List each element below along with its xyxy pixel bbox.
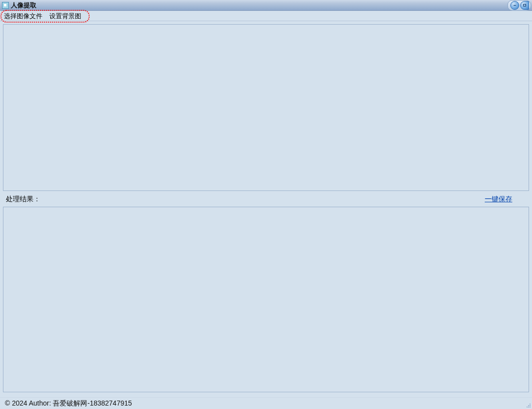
app-icon [2, 2, 9, 9]
titlebar: 人像提取 [0, 0, 532, 11]
statusbar: © 2024 Author: 吾爱破解网-18382747915 [0, 397, 532, 409]
save-all-link[interactable]: 一键保存 [485, 195, 512, 204]
result-label: 处理结果： [6, 195, 40, 204]
svg-point-2 [530, 404, 531, 405]
menu-select-image[interactable]: 选择图像文件 [4, 11, 42, 21]
maximize-button[interactable] [520, 1, 529, 10]
input-image-panel [3, 24, 529, 191]
window-title: 人像提取 [11, 1, 36, 10]
menubar: 选择图像文件 设置背景图 [0, 11, 532, 21]
svg-point-6 [528, 407, 529, 408]
window-control-tray [507, 0, 531, 11]
svg-point-3 [530, 405, 531, 406]
svg-point-5 [530, 407, 531, 408]
statusbar-text: © 2024 Author: 吾爱破解网-18382747915 [5, 399, 132, 408]
content-area: 处理结果： 一键保存 [0, 21, 532, 392]
menu-set-background[interactable]: 设置背景图 [49, 11, 81, 21]
window-controls [507, 0, 532, 11]
result-image-panel [3, 207, 529, 392]
result-header-row: 处理结果： 一键保存 [3, 191, 529, 207]
svg-point-4 [528, 405, 529, 406]
minimize-button[interactable] [510, 1, 519, 10]
svg-rect-1 [524, 4, 526, 6]
resize-grip[interactable] [525, 402, 531, 408]
svg-point-7 [527, 407, 528, 408]
